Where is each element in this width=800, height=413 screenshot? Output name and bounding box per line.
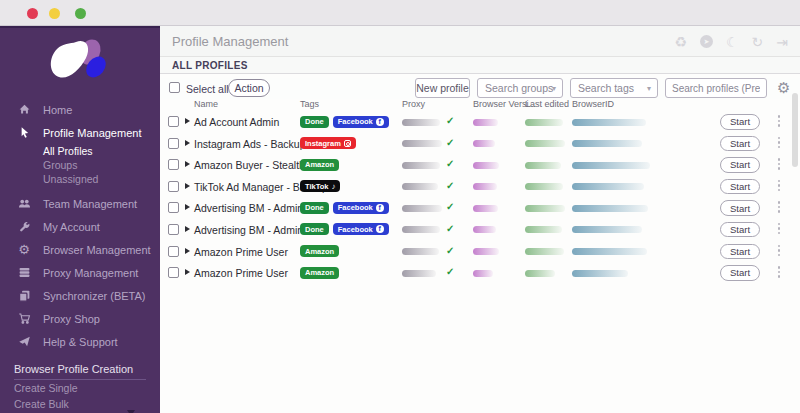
start-button[interactable]: Start xyxy=(720,244,760,260)
app-window: HomeProfile ManagementAll ProfilesGroups… xyxy=(0,0,800,413)
telegram-icon[interactable]: ➤ xyxy=(700,35,713,48)
profile-name[interactable]: Advertising BM - Admin 1 xyxy=(194,202,312,214)
maximize-window-icon[interactable] xyxy=(75,8,86,19)
row-checkbox[interactable] xyxy=(168,159,179,170)
tag-pill-tiktok: TikTok♪ xyxy=(300,180,340,192)
profile-name[interactable]: Amazon Prime User xyxy=(194,267,288,279)
vertical-scrollbar[interactable] xyxy=(792,93,798,167)
sidebar-item-proxy-shop[interactable]: Proxy Shop xyxy=(0,307,160,330)
sidebar-item-help-support[interactable]: Help & Support xyxy=(0,330,160,353)
start-button[interactable]: Start xyxy=(720,265,760,281)
main-content: Profile Management ♻➤☾↻⇥ ALL PROFILES Se… xyxy=(160,26,800,413)
sidebar-item-label: Proxy Management xyxy=(43,267,138,279)
profile-name[interactable]: Amazon Buyer - Stealth xyxy=(194,159,305,171)
sidebar-item-home[interactable]: Home xyxy=(0,98,160,121)
search-tags-value: Search tags xyxy=(578,82,634,94)
select-all-checkbox[interactable] xyxy=(169,82,180,93)
start-button[interactable]: Start xyxy=(720,136,760,152)
chevron-down-icon: ▾ xyxy=(552,84,556,93)
row-checkbox[interactable] xyxy=(168,267,179,278)
row-menu-kebab-icon[interactable] xyxy=(774,115,784,127)
sidebar-item-proxy-management[interactable]: Proxy Management xyxy=(0,261,160,284)
wrench-icon xyxy=(17,220,31,234)
profile-name[interactable]: Amazon Prime User xyxy=(194,246,288,258)
browser-version-blurred-value xyxy=(473,140,495,147)
creation-section-title: Browser Profile Creation xyxy=(14,363,146,380)
start-button[interactable]: Start xyxy=(720,200,760,216)
browser-id-blurred-value xyxy=(572,270,628,277)
browser-id-blurred-value xyxy=(572,183,644,190)
row-checkbox[interactable] xyxy=(168,246,179,257)
sidebar-item-synchronizer-beta[interactable]: Synchronizer (BETA) xyxy=(0,284,160,307)
proxy-ok-check-icon: ✓ xyxy=(446,266,454,277)
row-menu-kebab-icon[interactable] xyxy=(774,223,784,235)
moon-icon[interactable]: ☾ xyxy=(726,35,739,49)
sidebar-item-browser-management[interactable]: ⚙Browser Management xyxy=(0,238,160,261)
expand-caret-icon[interactable] xyxy=(185,248,190,254)
new-profile-button[interactable]: New profile xyxy=(415,78,470,98)
refresh-icon[interactable]: ↻ xyxy=(752,35,764,49)
sidebar-item-my-account[interactable]: My Account xyxy=(0,215,160,238)
row-checkbox[interactable] xyxy=(168,116,179,127)
row-menu-kebab-icon[interactable] xyxy=(774,201,784,213)
start-button[interactable]: Start xyxy=(720,157,760,173)
search-profiles-input[interactable] xyxy=(665,78,767,98)
sidebar-item-profile-management[interactable]: Profile Management xyxy=(0,121,160,144)
start-button[interactable]: Start xyxy=(720,179,760,195)
sidebar-nav: HomeProfile ManagementAll ProfilesGroups… xyxy=(0,98,160,413)
browser-id-blurred-value xyxy=(572,226,642,233)
row-checkbox[interactable] xyxy=(168,202,179,213)
table-row: Amazon Buyer - StealthAmazon✓Start xyxy=(160,154,800,176)
start-button[interactable]: Start xyxy=(720,222,760,238)
tag-pill-instagram: Instagram xyxy=(300,137,356,149)
browser-id-blurred-value xyxy=(572,119,646,126)
browser-id-blurred-value xyxy=(572,205,648,212)
expand-caret-icon[interactable] xyxy=(185,269,190,275)
sidebar-item-team-management[interactable]: Team Management xyxy=(0,192,160,215)
profile-name[interactable]: Ad Account Admin xyxy=(194,116,279,128)
expand-caret-icon[interactable] xyxy=(185,183,190,189)
expand-caret-icon[interactable] xyxy=(185,161,190,167)
row-menu-kebab-icon[interactable] xyxy=(774,266,784,278)
row-checkbox[interactable] xyxy=(168,224,179,235)
start-button[interactable]: Start xyxy=(720,114,760,130)
table-row: Advertising BM - Admin 1DoneFacebookf✓St… xyxy=(160,197,800,219)
row-checkbox[interactable] xyxy=(168,181,179,192)
expand-caret-icon[interactable] xyxy=(185,118,190,124)
server-icon xyxy=(17,266,31,280)
search-tags-select[interactable]: Search tags ▾ xyxy=(570,78,658,98)
profile-name[interactable]: Advertising BM - Admin 2 xyxy=(194,224,312,236)
minimize-window-icon[interactable] xyxy=(49,8,60,19)
tag-list: DoneFacebookf xyxy=(300,116,389,128)
row-checkbox[interactable] xyxy=(168,138,179,149)
column-header-last-edited[interactable]: Last edited xyxy=(525,99,569,109)
logout-icon[interactable]: ⇥ xyxy=(776,35,788,49)
proxy-blurred-value xyxy=(402,119,440,126)
recycle-icon[interactable]: ♻ xyxy=(674,35,687,49)
sidebar-subitem-unassigned[interactable]: Unassigned xyxy=(0,172,160,186)
search-groups-select[interactable]: Search groups ▾ xyxy=(477,78,563,98)
sidebar-item-create-single[interactable]: Create Single xyxy=(14,380,146,396)
column-header-browserid[interactable]: BrowserID xyxy=(572,99,614,109)
close-window-icon[interactable] xyxy=(27,8,38,19)
chevron-down-icon: ▾ xyxy=(647,84,651,93)
row-menu-kebab-icon[interactable] xyxy=(774,245,784,257)
row-menu-kebab-icon[interactable] xyxy=(774,137,784,149)
sidebar-subitem-groups[interactable]: Groups xyxy=(0,158,160,172)
tag-pill-amazon: Amazon xyxy=(300,245,339,257)
action-button[interactable]: Action xyxy=(228,79,270,97)
row-menu-kebab-icon[interactable] xyxy=(774,180,784,192)
expand-caret-icon[interactable] xyxy=(185,226,190,232)
column-header-tags[interactable]: Tags xyxy=(300,99,319,109)
column-header-proxy[interactable]: Proxy xyxy=(402,99,425,109)
sidebar-subitem-all-profiles[interactable]: All Profiles xyxy=(0,144,160,158)
browser-version-blurred-value xyxy=(473,162,499,169)
profile-name[interactable]: Instagram Ads - Backup xyxy=(194,138,305,150)
settings-gear-icon[interactable]: ⚙ xyxy=(777,79,790,97)
row-menu-kebab-icon[interactable] xyxy=(774,158,784,170)
column-header-name[interactable]: Name xyxy=(194,99,218,109)
expand-caret-icon[interactable] xyxy=(185,140,190,146)
table-row: Amazon Prime UserAmazon✓Start xyxy=(160,262,800,284)
facebook-icon: f xyxy=(376,204,384,212)
expand-caret-icon[interactable] xyxy=(185,204,190,210)
